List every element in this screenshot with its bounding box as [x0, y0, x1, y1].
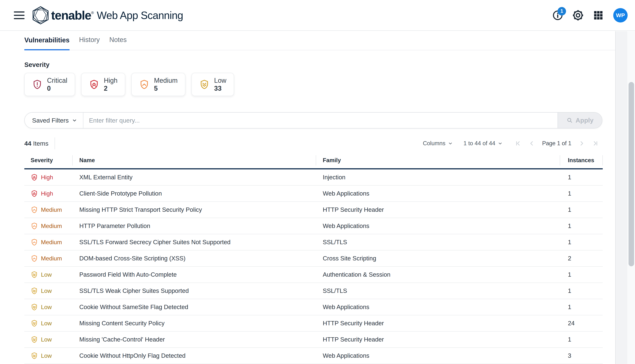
app-header: tenable ® Web App Scanning 1	[0, 0, 635, 31]
table-body: High XML External Entity Injection 1 Hig…	[24, 170, 603, 364]
vulnerability-name[interactable]: Missing HTTP Strict Transport Security P…	[79, 206, 323, 213]
last-page-icon[interactable]	[592, 140, 599, 147]
family-cell: Web Applications	[323, 304, 567, 310]
notifications-info-icon[interactable]: 1	[552, 10, 563, 21]
scrollbar-track[interactable]	[627, 31, 635, 364]
notification-badge: 1	[557, 7, 566, 16]
severity-label: Low	[41, 288, 52, 294]
items-count-number: 44	[24, 140, 31, 147]
severity-cell: Medium	[24, 255, 79, 262]
shield-low-icon	[31, 287, 38, 294]
tab-history[interactable]: History	[79, 36, 100, 50]
filter-query-input[interactable]	[83, 112, 557, 128]
avatar[interactable]: WP	[613, 8, 628, 22]
severity-label: High	[41, 174, 53, 181]
main-content: Vulnerabilities History Notes Severity C…	[24, 31, 603, 364]
severity-label: High	[41, 190, 53, 197]
column-header-family[interactable]: Family	[323, 152, 567, 168]
vulnerability-name[interactable]: DOM-based Cross-Site Scripting (XSS)	[79, 255, 323, 262]
column-header-instances[interactable]: Instances	[567, 152, 603, 168]
table-row[interactable]: Medium DOM-based Cross-Site Scripting (X…	[24, 250, 603, 267]
vulnerability-name[interactable]: Password Field With Auto-Complete	[79, 271, 323, 278]
tab-bar: Vulnerabilities History Notes	[24, 31, 615, 50]
instances-cell: 1	[567, 222, 603, 230]
page-indicator: Page 1 of 1	[542, 140, 571, 147]
severity-cell: Medium	[24, 238, 79, 246]
vulnerability-name[interactable]: Client-Side Prototype Pollution	[79, 190, 323, 197]
table-row[interactable]: Low Cookie Without SameSite Flag Detecte…	[24, 299, 603, 315]
table-row[interactable]: Low Missing 'Cache-Control' Header HTTP …	[24, 332, 603, 348]
severity-card-critical[interactable]: Critical 0	[24, 73, 75, 96]
menu-icon[interactable]	[14, 12, 25, 19]
scrollbar-thumb[interactable]	[628, 82, 634, 266]
instances-cell: 24	[567, 320, 603, 327]
table-row[interactable]: Medium HTTP Parameter Pollution Web Appl…	[24, 218, 603, 234]
vulnerability-name[interactable]: HTTP Parameter Pollution	[79, 222, 323, 230]
severity-card-label: High	[104, 77, 118, 84]
table-row[interactable]: Low SSL/TLS Weak Cipher Suites Supported…	[24, 283, 603, 299]
settings-gear-icon[interactable]	[573, 10, 583, 21]
severity-label: Medium	[41, 206, 62, 213]
family-cell: Web Applications	[323, 222, 567, 230]
severity-cell: Low	[24, 271, 79, 278]
apply-label: Apply	[576, 117, 593, 124]
saved-filters-label: Saved Filters	[32, 117, 69, 124]
filter-bar: Saved Filters Apply	[24, 112, 602, 128]
family-cell: HTTP Security Header	[323, 320, 567, 327]
shield-critical-icon	[32, 79, 43, 90]
severity-cell: Low	[24, 287, 79, 294]
items-count-label: Items	[33, 140, 48, 147]
vulnerability-name[interactable]: Cookie Without SameSite Flag Detected	[79, 304, 323, 310]
vertical-divider	[55, 138, 55, 149]
vulnerability-name[interactable]: SSL/TLS Forward Secrecy Cipher Suites No…	[79, 239, 323, 246]
brand-registered-mark: ®	[91, 11, 94, 15]
header-right: 1 WP	[552, 8, 628, 22]
table-row[interactable]: Medium SSL/TLS Forward Secrecy Cipher Su…	[24, 234, 603, 250]
instances-cell: 1	[567, 190, 603, 197]
severity-cell: High	[24, 174, 79, 181]
saved-filters-dropdown[interactable]: Saved Filters	[25, 112, 83, 128]
vulnerability-name[interactable]: Missing 'Cache-Control' Header	[79, 336, 323, 343]
previous-page-icon[interactable]	[528, 140, 535, 147]
tab-notes[interactable]: Notes	[109, 36, 127, 50]
columns-dropdown[interactable]: Columns	[422, 140, 454, 147]
column-header-name[interactable]: Name	[79, 152, 323, 168]
table-row[interactable]: Medium Missing HTTP Strict Transport Sec…	[24, 202, 603, 218]
family-cell: Cross Site Scripting	[323, 255, 567, 262]
apply-button[interactable]: Apply	[557, 112, 602, 128]
shield-low-icon	[31, 336, 38, 343]
instances-cell: 2	[567, 255, 603, 262]
severity-card-medium[interactable]: Medium 5	[131, 73, 185, 96]
severity-cell: Medium	[24, 206, 79, 214]
table-row[interactable]: Low Password Field With Auto-Complete Au…	[24, 267, 603, 283]
severity-card-label: Critical	[47, 77, 67, 84]
tab-vulnerabilities[interactable]: Vulnerabilities	[24, 36, 70, 50]
vulnerability-name[interactable]: SSL/TLS Weak Cipher Suites Supported	[79, 287, 323, 294]
columns-label: Columns	[423, 140, 445, 147]
table-row[interactable]: Low Missing Content Security Policy HTTP…	[24, 315, 603, 332]
vulnerability-name[interactable]: XML External Entity	[79, 174, 323, 181]
severity-label: Low	[41, 352, 52, 359]
table-row[interactable]: High XML External Entity Injection 1	[24, 170, 603, 186]
first-page-icon[interactable]	[515, 140, 521, 147]
severity-card-count: 5	[154, 85, 178, 92]
column-header-severity[interactable]: Severity	[24, 152, 79, 168]
app-grid-icon[interactable]	[593, 10, 604, 21]
table-row[interactable]: Low Cookie Without HttpOnly Flag Detecte…	[24, 348, 603, 364]
severity-card-count: 33	[214, 85, 226, 92]
table-controls-right: Columns 1 to 44 of 44	[422, 140, 603, 147]
vulnerability-name[interactable]: Missing Content Security Policy	[79, 320, 323, 327]
instances-cell: 1	[567, 174, 603, 181]
tenable-logo[interactable]: tenable ® Web App Scanning	[31, 6, 183, 25]
severity-card-high[interactable]: High 2	[81, 73, 125, 96]
shield-high-icon	[31, 174, 38, 181]
items-count: 44 Items	[24, 140, 48, 147]
rows-range-dropdown[interactable]: 1 to 44 of 44	[462, 140, 504, 147]
severity-label: Medium	[41, 239, 62, 246]
next-page-icon[interactable]	[578, 140, 585, 147]
product-name: Web App Scanning	[97, 9, 183, 22]
table-row[interactable]: High Client-Side Prototype Pollution Web…	[24, 186, 603, 202]
severity-cell: Low	[24, 336, 79, 343]
vulnerability-name[interactable]: Cookie Without HttpOnly Flag Detected	[79, 352, 323, 359]
severity-card-low[interactable]: Low 33	[191, 73, 234, 96]
